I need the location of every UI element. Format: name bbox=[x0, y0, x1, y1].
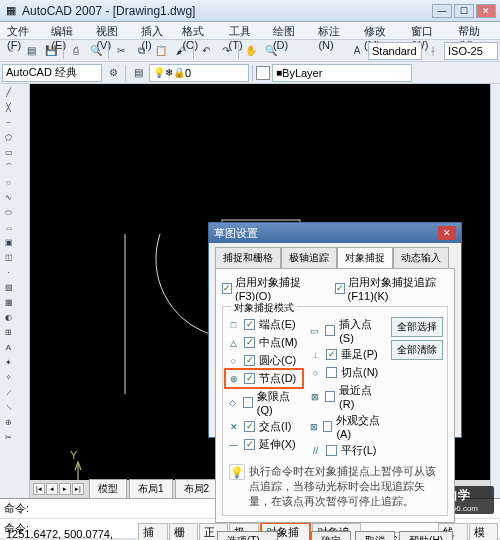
tab-layout1[interactable]: 布局1 bbox=[129, 479, 173, 499]
help-button[interactable]: 帮助(H) bbox=[399, 531, 453, 540]
menu-file[interactable]: 文件(F) bbox=[2, 22, 45, 39]
clear-all-button[interactable]: 全部清除 bbox=[391, 340, 443, 360]
tool-icon[interactable]: ✧ bbox=[2, 371, 15, 384]
text-style-icon[interactable]: A bbox=[348, 42, 366, 60]
circle-icon[interactable]: ○ bbox=[2, 176, 15, 189]
checkbox-icon[interactable] bbox=[326, 445, 337, 456]
menu-format[interactable]: 格式(O) bbox=[177, 22, 222, 39]
checkbox-icon[interactable] bbox=[244, 337, 255, 348]
tab-last-icon[interactable]: ▸| bbox=[72, 483, 84, 495]
checkbox-icon[interactable] bbox=[326, 349, 337, 360]
table-icon[interactable]: ⊞ bbox=[2, 326, 15, 339]
osnap-left-option[interactable]: ✕交点(I) bbox=[227, 419, 301, 434]
status-snap[interactable]: 捕捉 bbox=[138, 523, 167, 541]
options-button[interactable]: 选项(T)... bbox=[217, 531, 278, 540]
new-icon[interactable]: ▫ bbox=[2, 42, 20, 60]
color-dropdown[interactable]: ■ ByLayer bbox=[272, 64, 412, 82]
hatch-icon[interactable]: ▨ bbox=[2, 281, 15, 294]
tab-snap-grid[interactable]: 捕捉和栅格 bbox=[215, 247, 281, 268]
menu-draw[interactable]: 绘图(D) bbox=[268, 22, 313, 39]
checkbox-icon[interactable] bbox=[325, 391, 335, 402]
tool-icon[interactable]: ✂ bbox=[2, 431, 15, 444]
tool-icon[interactable]: ✦ bbox=[2, 356, 15, 369]
osnap-right-option[interactable]: ○切点(N) bbox=[309, 365, 383, 380]
xline-icon[interactable]: ╳ bbox=[2, 101, 15, 114]
tab-osnap[interactable]: 对象捕捉 bbox=[337, 247, 393, 268]
workspace-dropdown[interactable]: AutoCAD 经典 bbox=[2, 64, 102, 82]
checkbox-icon[interactable] bbox=[323, 421, 332, 432]
gear-icon[interactable]: ⚙ bbox=[104, 64, 122, 82]
paste-icon[interactable]: 📋 bbox=[152, 42, 170, 60]
insert-icon[interactable]: ▣ bbox=[2, 236, 15, 249]
print-icon[interactable]: ⎙ bbox=[67, 42, 85, 60]
mtext-icon[interactable]: A bbox=[2, 341, 15, 354]
checkbox-icon[interactable] bbox=[244, 421, 255, 432]
dim-style-dropdown[interactable]: ISO-25 bbox=[444, 42, 498, 60]
pline-icon[interactable]: ~ bbox=[2, 116, 15, 129]
menu-view[interactable]: 视图(V) bbox=[91, 22, 135, 39]
ellipse-icon[interactable]: ⬭ bbox=[2, 206, 15, 219]
tab-next-icon[interactable]: ▸ bbox=[59, 483, 71, 495]
polygon-icon[interactable]: ⬠ bbox=[2, 131, 15, 144]
checkbox-icon[interactable] bbox=[244, 355, 255, 366]
ok-button[interactable]: 确定 bbox=[311, 531, 351, 540]
region-icon[interactable]: ◐ bbox=[2, 311, 15, 324]
osnap-right-option[interactable]: ▭插入点(S) bbox=[309, 317, 383, 344]
tool-icon[interactable]: ⟋ bbox=[2, 386, 15, 399]
menu-tools[interactable]: 工具(T) bbox=[224, 22, 267, 39]
menu-insert[interactable]: 插入(I) bbox=[136, 22, 176, 39]
layer-dropdown[interactable]: 💡❄🔒 0 bbox=[149, 64, 249, 82]
menu-modify[interactable]: 修改(M) bbox=[359, 22, 405, 39]
tab-dyninput[interactable]: 动态输入 bbox=[393, 247, 449, 268]
checkbox-icon[interactable] bbox=[244, 439, 255, 450]
text-style-dropdown[interactable]: Standard bbox=[368, 42, 422, 60]
osnap-right-option[interactable]: //平行(L) bbox=[309, 443, 383, 458]
preview-icon[interactable]: 🔍 bbox=[87, 42, 105, 60]
tool-icon[interactable]: ⟍ bbox=[2, 401, 15, 414]
menu-help[interactable]: 帮助(H) bbox=[453, 22, 498, 39]
checkbox-icon[interactable] bbox=[244, 319, 255, 330]
minimize-button[interactable]: — bbox=[432, 4, 452, 18]
redo-icon[interactable]: ↷ bbox=[217, 42, 235, 60]
bulb-icon[interactable]: 💡 bbox=[229, 464, 245, 480]
osnap-left-option[interactable]: ⊗节点(D) bbox=[224, 368, 304, 389]
save-icon[interactable]: 💾 bbox=[42, 42, 60, 60]
osnap-right-option[interactable]: ⟂垂足(P) bbox=[309, 347, 383, 362]
arc-icon[interactable]: ⌒ bbox=[2, 161, 15, 174]
tab-polar[interactable]: 极轴追踪 bbox=[281, 247, 337, 268]
osnap-left-option[interactable]: □端点(E) bbox=[227, 317, 301, 332]
checkbox-icon[interactable] bbox=[222, 283, 232, 294]
right-scrollbar[interactable] bbox=[490, 84, 500, 498]
tool-icon[interactable]: ⊕ bbox=[2, 416, 15, 429]
checkbox-icon[interactable] bbox=[335, 283, 345, 294]
undo-icon[interactable]: ↶ bbox=[197, 42, 215, 60]
cut-icon[interactable]: ✂ bbox=[112, 42, 130, 60]
color-swatch[interactable] bbox=[256, 66, 270, 80]
osnap-left-option[interactable]: —延伸(X) bbox=[227, 437, 301, 452]
tab-layout2[interactable]: 布局2 bbox=[175, 479, 219, 499]
osnap-left-option[interactable]: △中点(M) bbox=[227, 335, 301, 350]
enable-osnap-checkbox[interactable]: 启用对象捕捉 (F3)(O) bbox=[222, 275, 315, 302]
osnap-left-option[interactable]: ◇象限点(Q) bbox=[227, 389, 301, 416]
menu-window[interactable]: 窗口(W) bbox=[406, 22, 453, 39]
point-icon[interactable]: · bbox=[2, 266, 15, 279]
checkbox-icon[interactable] bbox=[243, 397, 253, 408]
status-grid[interactable]: 栅格 bbox=[169, 523, 198, 541]
checkbox-icon[interactable] bbox=[244, 373, 255, 384]
checkbox-icon[interactable] bbox=[326, 367, 337, 378]
dialog-titlebar[interactable]: 草图设置 ✕ bbox=[209, 223, 461, 243]
tab-prev-icon[interactable]: ◂ bbox=[46, 483, 58, 495]
layer-icon[interactable]: ▤ bbox=[129, 64, 147, 82]
open-icon[interactable]: ▤ bbox=[22, 42, 40, 60]
tab-model[interactable]: 模型 bbox=[89, 479, 127, 499]
zoom-icon[interactable]: 🔍 bbox=[262, 42, 280, 60]
cancel-button[interactable]: 取消 bbox=[355, 531, 395, 540]
rect-icon[interactable]: ▭ bbox=[2, 146, 15, 159]
enable-osnap-track-checkbox[interactable]: 启用对象捕捉追踪 (F11)(K) bbox=[335, 275, 448, 302]
ellarc-icon[interactable]: ⌓ bbox=[2, 221, 15, 234]
match-icon[interactable]: 🖌 bbox=[172, 42, 190, 60]
dim-style-icon[interactable]: ⟊ bbox=[424, 42, 442, 60]
tab-first-icon[interactable]: |◂ bbox=[33, 483, 45, 495]
line-icon[interactable]: ╱ bbox=[2, 86, 15, 99]
gradient-icon[interactable]: ▦ bbox=[2, 296, 15, 309]
